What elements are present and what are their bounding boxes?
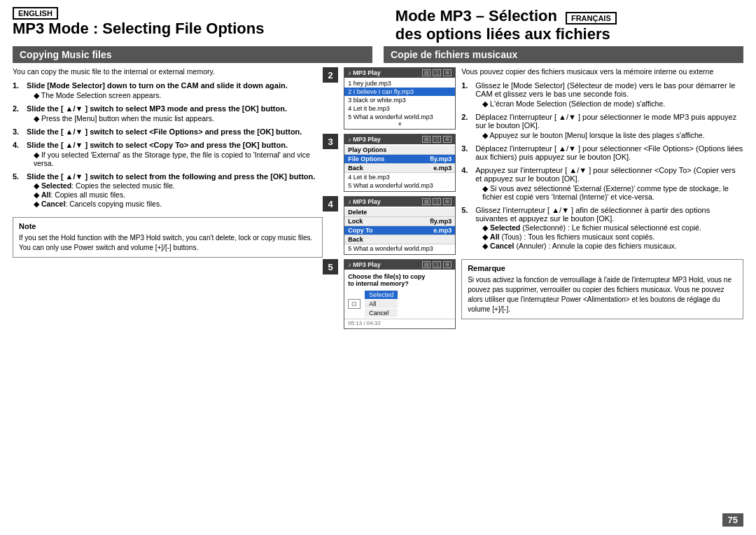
device-screen-4: ♪ MP3 Play ▤ ◫ ⊞ Delete Lockfly.mp3 Copy… <box>344 196 456 255</box>
fr-step-2: 2. Déplacez l'interrupteur [ ▲/▼ ] pour … <box>461 113 743 139</box>
section-header-fr: Copie de fichiers musicaux <box>384 46 743 63</box>
title-fr-line2: des options liées aux fichiers <box>396 25 743 43</box>
fr-step-3: 3. Déplacez l'interrupteur [ ▲/▼ ] pour … <box>461 144 743 161</box>
step-badge-2: 2 <box>323 67 338 83</box>
step-badge-4: 4 <box>323 196 338 211</box>
title-en: MP3 Mode : Selecting File Options <box>13 20 396 38</box>
lang-badge-fr: FRANÇAIS <box>566 12 617 25</box>
step-badge-5: 5 <box>323 259 338 275</box>
en-step-5: 5. Slide the [ ▲/▼ ] switch to select fr… <box>13 172 323 208</box>
step-badge-3: 3 <box>323 134 338 149</box>
section-header-en: Copying Music files <box>13 46 372 63</box>
device-screen-2: ♪ MP3 Play ▤ ◫ ⊞ 1 hey jude.mp3 2 I beli… <box>344 67 456 130</box>
title-fr-line1: Mode MP3 – Sélection <box>396 7 557 25</box>
screen-3-row: 3 ♪ MP3 Play ▤ ◫ ⊞ Play Options File Opt… <box>323 134 456 192</box>
en-intro: You can copy the music file to the inter… <box>13 67 323 76</box>
en-step-2: 2. Slide the [ ▲/▼ ] switch to select MP… <box>13 104 323 123</box>
note-box: Note If you set the Hold function with t… <box>13 217 323 258</box>
remarque-box: Remarque Si vous activez la fonction de … <box>461 259 743 319</box>
fr-step-5: 5. Glissez l'interrupteur [ ▲/▼ ] afin d… <box>461 206 743 250</box>
page-number: 75 <box>722 513 743 527</box>
device-screen-3: ♪ MP3 Play ▤ ◫ ⊞ Play Options File Optio… <box>344 134 456 192</box>
fr-step-4: 4. Appuyez sur l'interrupteur [ ▲/▼ ] po… <box>461 166 743 201</box>
en-step-1: 1. Slide [Mode Selector] down to turn on… <box>13 81 323 99</box>
en-step-4: 4. Slide the [ ▲/▼ ] switch to select <C… <box>13 141 323 167</box>
lang-badge-en: ENGLISH <box>13 7 58 20</box>
screen-4-row: 4 ♪ MP3 Play ▤ ◫ ⊞ Delete Lockfly.mp3 Co… <box>323 196 456 255</box>
device-screen-5: ♪ MP3 Play ▤ ◫ ⊞ Choose the file(s) to c… <box>344 259 456 329</box>
screen-5-row: 5 ♪ MP3 Play ▤ ◫ ⊞ Choose the file(s) to… <box>323 259 456 329</box>
fr-step-1: 1. Glissez le [Mode Selector] (Sélecteur… <box>461 81 743 108</box>
copy-icon: ⊡ <box>348 299 360 309</box>
en-step-3: 3. Slide the [ ▲/▼ ] switch to select <F… <box>13 127 323 136</box>
fr-intro: Vous pouvez copier des fichiers musicaux… <box>461 67 743 76</box>
screen-2-row: 2 ♪ MP3 Play ▤ ◫ ⊞ 1 hey jude.mp3 2 I be… <box>323 67 456 130</box>
